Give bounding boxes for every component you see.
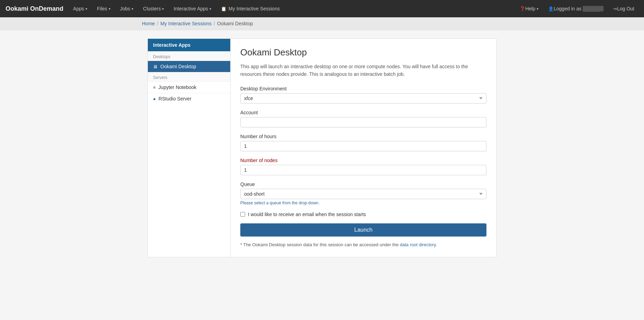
brand: Ookami OnDemand	[6, 5, 63, 12]
nav-clusters-label: Clusters	[143, 6, 161, 11]
nav-clusters-caret: ▾	[162, 7, 164, 11]
sidebar-item-ookami-desktop[interactable]: 🖥 Ookami Desktop	[148, 61, 230, 72]
sidebar-category-servers: Servers	[148, 72, 230, 81]
footer-note-prefix: * The Ookami Desktop session data for th…	[240, 242, 400, 247]
nav-jobs[interactable]: Jobs ▾	[116, 0, 138, 17]
email-checkbox-group: I would like to receive an email when th…	[240, 212, 486, 217]
breadcrumb-sep-1: /	[157, 21, 158, 26]
user-icon: 👤	[548, 6, 554, 11]
form-group-desktop-env: Desktop Environment xfce gnome mate	[240, 86, 486, 104]
nodes-input[interactable]	[240, 165, 486, 175]
footer-note-link[interactable]: data root directory	[400, 242, 436, 247]
email-checkbox[interactable]	[240, 212, 245, 217]
sessions-icon: 📋	[221, 6, 226, 11]
launch-button[interactable]: Launch	[240, 223, 486, 237]
form-group-queue: Queue ood-short ood-long normal gpu Plea…	[240, 181, 486, 205]
queue-select[interactable]: ood-short ood-long normal gpu	[240, 189, 486, 199]
logged-in-user: █████	[583, 6, 603, 11]
nav-help-label: Help	[525, 6, 535, 11]
nav-my-sessions[interactable]: 📋 My Interactive Sessions	[217, 0, 284, 17]
sidebar-header: Interactive Apps	[148, 39, 230, 51]
rstudio-icon: ●	[153, 96, 156, 101]
breadcrumb-sep-2: /	[214, 21, 215, 26]
main-content: Interactive Apps Desktops 🖥 Ookami Deskt…	[142, 30, 502, 266]
form-group-nodes: Number of nodes	[240, 158, 486, 175]
nav-jobs-caret: ▾	[132, 7, 133, 11]
sidebar-item-jupyter[interactable]: ≡ Jupyter Notebook	[148, 81, 230, 93]
footer-note-suffix: .	[436, 242, 437, 247]
desktop-icon: 🖥	[153, 64, 158, 69]
queue-label: Queue	[240, 181, 486, 187]
nav-files-label: Files	[97, 6, 107, 11]
breadcrumb: Home / My Interactive Sessions / Ookami …	[142, 21, 502, 26]
sidebar-category-desktops: Desktops	[148, 51, 230, 61]
sidebar: Interactive Apps Desktops 🖥 Ookami Deskt…	[147, 38, 231, 257]
nav-logout-label: Log Out	[617, 6, 634, 11]
sidebar-item-ookami-desktop-label: Ookami Desktop	[160, 64, 196, 69]
navbar: Ookami OnDemand Apps ▾ Files ▾ Jobs ▾ Cl…	[0, 0, 644, 17]
logout-icon: ↪	[613, 6, 617, 11]
nav-clusters[interactable]: Clusters ▾	[139, 0, 168, 17]
nav-jobs-label: Jobs	[120, 6, 131, 11]
nav-interactive-apps[interactable]: Interactive Apps ▾	[169, 0, 215, 17]
nav-help[interactable]: ❓ Help ▾	[516, 0, 543, 17]
nav-files-caret: ▾	[109, 7, 110, 11]
breadcrumb-home[interactable]: Home	[142, 21, 155, 26]
hours-input[interactable]	[240, 141, 486, 151]
nav-interactive-apps-caret: ▾	[209, 7, 211, 11]
account-label: Account	[240, 110, 486, 115]
form-group-hours: Number of hours	[240, 134, 486, 151]
sidebar-item-rstudio[interactable]: ● RStudio Server	[148, 93, 230, 104]
nav-apps-caret: ▾	[86, 7, 87, 11]
form-group-account: Account	[240, 110, 486, 127]
nav-sessions-label: My Interactive Sessions	[229, 6, 280, 11]
nav-right: ❓ Help ▾ 👤 Logged in as █████ ↪ Log Out	[516, 0, 638, 17]
nav-logout[interactable]: ↪ Log Out	[609, 0, 638, 17]
jupyter-icon: ≡	[153, 85, 156, 90]
sidebar-item-rstudio-label: RStudio Server	[159, 96, 191, 101]
desktop-env-label: Desktop Environment	[240, 86, 486, 91]
desktop-env-select[interactable]: xfce gnome mate	[240, 93, 486, 104]
hours-label: Number of hours	[240, 134, 486, 139]
account-input[interactable]	[240, 117, 486, 127]
help-caret: ▾	[537, 7, 538, 11]
breadcrumb-bar: Home / My Interactive Sessions / Ookami …	[0, 17, 644, 30]
footer-note: * The Ookami Desktop session data for th…	[240, 241, 486, 249]
email-checkbox-label[interactable]: I would like to receive an email when th…	[248, 212, 366, 217]
queue-hint: Please select a queue from the drop-down…	[240, 201, 486, 205]
logged-in-prefix: Logged in as	[554, 6, 581, 11]
nav-files[interactable]: Files ▾	[93, 0, 115, 17]
sidebar-item-jupyter-label: Jupyter Notebook	[159, 85, 197, 90]
nav-user: 👤 Logged in as █████	[544, 0, 608, 17]
nav-interactive-apps-label: Interactive Apps	[173, 6, 208, 11]
nav-apps[interactable]: Apps ▾	[69, 0, 91, 17]
form-title: Ookami Desktop	[240, 47, 486, 58]
nav-apps-label: Apps	[73, 6, 84, 11]
form-panel: Ookami Desktop This app will launch an i…	[231, 38, 497, 257]
help-icon: ❓	[520, 6, 525, 11]
form-description: This app will launch an interactive desk…	[240, 63, 486, 78]
breadcrumb-current: Ookami Desktop	[217, 21, 253, 26]
nodes-label: Number of nodes	[240, 158, 486, 163]
breadcrumb-sessions[interactable]: My Interactive Sessions	[160, 21, 212, 26]
